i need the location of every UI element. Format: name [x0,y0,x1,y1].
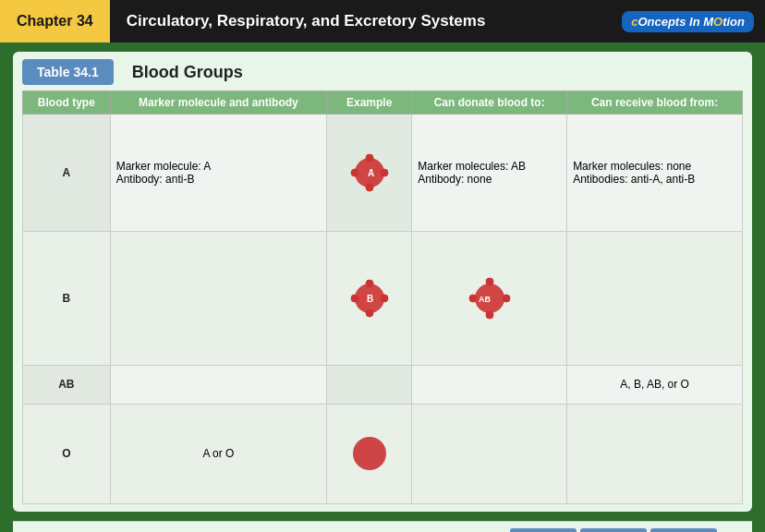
blood-type-b: B [23,231,111,365]
blood-type-a: A [23,115,111,232]
table-title: Blood Groups [132,63,243,82]
example-a: A [327,115,412,232]
col-blood-type: Blood type [23,91,111,115]
table-row: O A or O [23,404,743,503]
table-row: A Marker molecule: AAntibody: anti-B A [23,115,743,232]
table-label: Table 34.1 [22,59,114,85]
table-row: B B [23,231,743,365]
marker-b [110,231,326,365]
blood-type-o: O [23,404,111,503]
svg-text:AB: AB [479,295,491,304]
svg-text:B: B [367,294,373,304]
receive-o [567,404,743,503]
logo: cOncepts In MOtion [622,11,754,32]
receive-b [567,231,743,365]
bottom-cell-a: A [63,528,132,532]
svg-point-18 [353,437,386,470]
col-donate: Can donate blood to: [412,91,567,115]
svg-point-13 [486,278,493,285]
cells-display: A B [13,528,475,532]
receive-a: Marker molecules: noneAntibodies: anti-A… [567,115,743,232]
svg-point-3 [351,169,358,176]
svg-point-15 [469,295,477,302]
marker-a: Marker molecule: AAntibody: anti-B [110,115,326,232]
svg-point-1 [366,154,373,162]
marker-ab [110,365,326,404]
donate-o [412,404,567,503]
chapter-tab: Chapter 34 [0,0,110,42]
svg-text:A: A [368,168,374,178]
svg-point-2 [366,184,373,191]
content-area: Table 34.1 Blood Groups Blood type Marke… [13,52,752,512]
svg-point-10 [381,295,388,302]
example-ab [327,365,412,404]
answer-row-1: AB O A or AB [480,528,747,533]
marker-o: A or O [110,404,326,503]
bottom-area: A B AB O A or AB B [13,521,752,532]
header-title: Circulatory, Respiratory, and Excretory … [127,12,486,30]
col-receive: Can receive blood from: [567,91,743,115]
donate-a: Marker molecules: ABAntibody: none [412,115,567,232]
svg-point-4 [381,169,388,176]
table-header: Table 34.1 Blood Groups [22,59,743,85]
header: Chapter 34 Circulatory, Respiratory, and… [0,0,765,42]
answer-o-btn[interactable]: O [580,528,647,533]
answer-a-or-ab-btn[interactable]: A or AB [650,528,717,533]
svg-point-7 [366,280,373,287]
svg-point-14 [486,311,493,319]
blood-table: Blood type Marker molecule and antibody … [22,91,743,504]
svg-point-9 [351,295,358,302]
col-marker: Marker molecule and antibody [110,91,326,115]
answer-ab-btn[interactable]: AB [510,528,577,533]
answer-panel: AB O A or AB B or AB B or O A, B, AB, or… [475,523,752,533]
donate-ab [412,365,567,404]
table-row: AB A, B, AB, or O [23,365,743,404]
donate-b: AB [412,231,567,365]
svg-point-8 [366,309,373,317]
blood-type-ab: AB [23,365,111,404]
chapter-label: Chapter 34 [17,13,93,30]
receive-ab: A, B, AB, or O [567,365,743,404]
example-o [327,404,412,503]
svg-point-16 [503,295,510,302]
bottom-cell-b: B [213,528,283,532]
col-example: Example [327,91,412,115]
example-b: B [327,231,412,365]
